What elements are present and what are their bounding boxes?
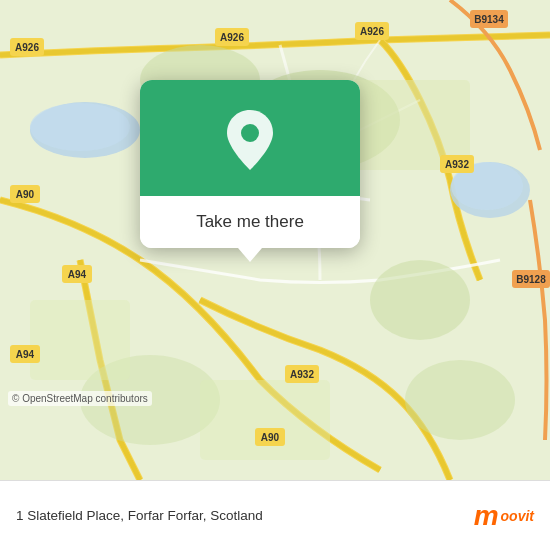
take-me-there-button[interactable]: Take me there [140,196,360,248]
svg-rect-13 [200,380,330,460]
svg-text:A94: A94 [68,269,87,280]
svg-text:A90: A90 [16,189,35,200]
svg-text:A94: A94 [16,349,35,360]
svg-text:A926: A926 [15,42,39,53]
map-container: A926 A926 A926 B9134 A932 B9128 A90 A94 … [0,0,550,480]
moovit-m-letter: m [474,502,499,530]
svg-text:A90: A90 [261,432,280,443]
address-text: 1 Slatefield Place, Forfar Forfar, Scotl… [16,508,263,523]
svg-text:B9134: B9134 [474,14,504,25]
map-attribution: © OpenStreetMap contributors [8,391,152,406]
svg-text:A926: A926 [360,26,384,37]
moovit-rest-text: oovit [501,508,534,524]
bottom-bar: 1 Slatefield Place, Forfar Forfar, Scotl… [0,480,550,550]
svg-text:A932: A932 [290,369,314,380]
popup-header [140,80,360,196]
moovit-logo: m oovit [474,502,534,530]
svg-text:A932: A932 [445,159,469,170]
svg-point-10 [405,360,515,440]
svg-point-36 [241,124,259,142]
svg-rect-12 [30,300,130,380]
svg-point-3 [30,103,130,151]
location-popup: Take me there [140,80,360,248]
svg-text:A926: A926 [220,32,244,43]
popup-tail [238,248,262,262]
location-pin-icon [223,108,277,172]
svg-text:B9128: B9128 [516,274,546,285]
svg-point-8 [370,260,470,340]
